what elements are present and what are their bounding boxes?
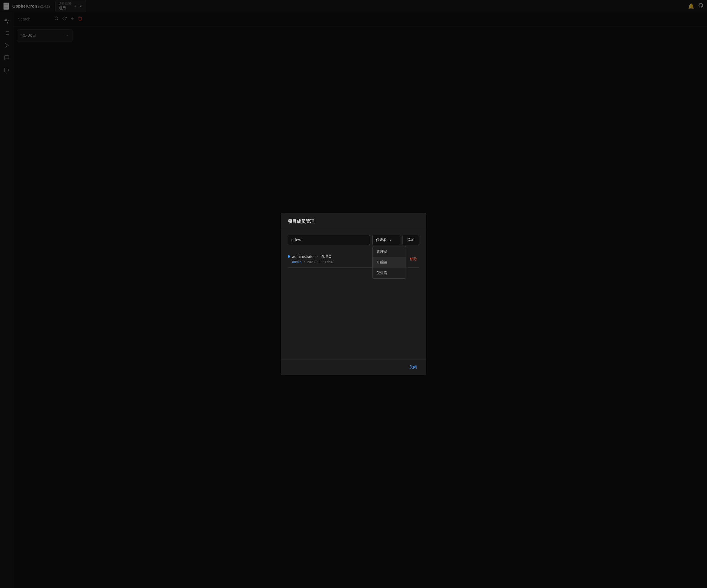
dropdown-option-readonly[interactable]: 仅查看	[373, 268, 406, 278]
member-info: administrator - 管理员 admin • 2023-09-05 0…	[288, 254, 334, 264]
close-modal-btn[interactable]: 关闭	[407, 364, 419, 371]
member-online-dot	[288, 255, 290, 257]
member-username: administrator	[292, 254, 315, 259]
member-role: 管理员	[321, 254, 332, 259]
member-management-modal: 项目成员管理 仅查看 ▲ 管理员 可编辑	[281, 213, 426, 375]
member-name-row: administrator - 管理员	[288, 254, 334, 259]
modal-body: 仅查看 ▲ 管理员 可编辑 仅查看	[281, 229, 426, 359]
modal-header: 项目成员管理	[281, 213, 426, 229]
member-meta: admin • 2023-09-05 09:37	[288, 260, 334, 264]
member-meta-dot: •	[304, 260, 305, 264]
dropdown-option-edit[interactable]: 可编辑	[373, 257, 406, 268]
add-member-btn[interactable]: 添加	[403, 235, 419, 245]
member-username-input[interactable]	[288, 235, 370, 245]
add-member-row: 仅查看 ▲ 管理员 可编辑 仅查看	[288, 235, 419, 245]
dropdown-option-admin[interactable]: 管理员	[373, 246, 406, 257]
modal-footer: 关闭	[281, 359, 426, 375]
permission-select-wrapper: 仅查看 ▲ 管理员 可编辑 仅查看	[372, 235, 400, 245]
modal-overlay: 项目成员管理 仅查看 ▲ 管理员 可编辑	[0, 0, 707, 588]
member-created-at: 2023-09-05 09:37	[307, 260, 334, 264]
member-meta-username: admin	[292, 260, 301, 264]
member-remove-btn[interactable]: 移除	[408, 255, 419, 263]
member-dash: -	[317, 254, 318, 259]
permission-select-btn[interactable]: 仅查看 ▲	[372, 235, 400, 245]
modal-title: 项目成员管理	[288, 219, 419, 224]
permission-dropdown: 管理员 可编辑 仅查看	[372, 246, 406, 279]
chevron-up-icon: ▲	[389, 239, 392, 242]
select-current-value: 仅查看	[376, 237, 387, 242]
